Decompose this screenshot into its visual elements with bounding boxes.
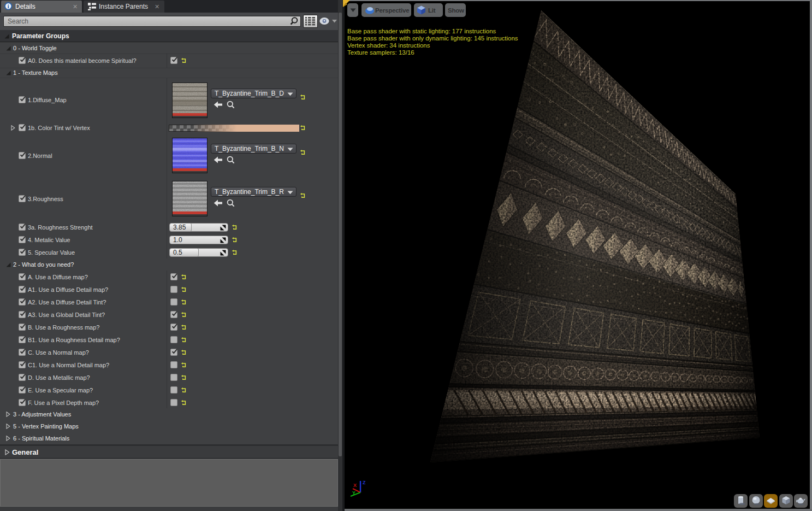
svg-text:X: X: [353, 483, 357, 488]
svg-text:i: i: [8, 3, 9, 9]
svg-text:Z: Z: [363, 480, 366, 485]
svg-text:Y: Y: [352, 490, 355, 496]
